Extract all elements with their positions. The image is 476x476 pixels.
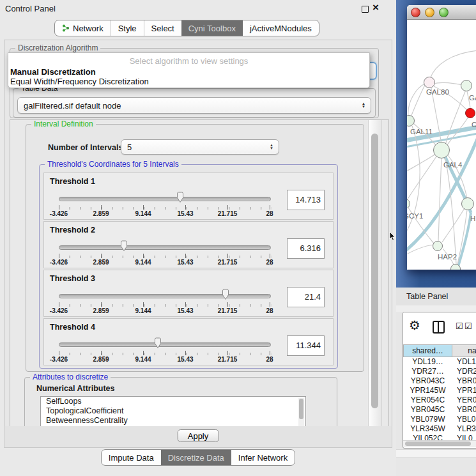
node-gal80[interactable]: [424, 77, 435, 88]
node-label-cut-right: GA: [469, 94, 476, 102]
tab-select-label: Select: [151, 24, 174, 33]
threshold-4-value[interactable]: 11.344: [287, 335, 325, 356]
slider-tick-labels: -3.4262.8599.14415.4321.71528: [59, 356, 270, 364]
node-bottom[interactable]: [450, 264, 461, 270]
interval-definition-group: Interval Definition Number of Intervals …: [26, 124, 364, 372]
node-label-gal11: GAL11: [410, 128, 433, 135]
float-window-icon[interactable]: [362, 6, 369, 13]
table-row[interactable]: YLR345WYLR3: [403, 424, 476, 434]
algorithm-option-equal-width[interactable]: Equal Width/Frequency Discretization: [10, 77, 364, 86]
mac-close-button[interactable]: [411, 8, 420, 17]
slider-track[interactable]: [59, 294, 271, 298]
bottom-tab-bar-wrap: Impute Data Discretize Data Infer Networ…: [0, 449, 396, 466]
slider-track[interactable]: [59, 197, 271, 201]
top-tab-bar: Network Style Select Cyni Toolbox jActiv…: [54, 20, 319, 36]
checkbox-checked-icon[interactable]: ☑: [464, 321, 472, 331]
number-of-intervals-label: Number of Intervals: [48, 143, 123, 152]
algorithm-option-manual[interactable]: Manual Discretization: [10, 67, 364, 77]
table-panel-strip: [396, 305, 476, 312]
table-row[interactable]: YDR27…YDR2: [403, 367, 476, 376]
node-label-gal80: GAL80: [426, 88, 449, 96]
table-row[interactable]: YBR045CYBR0: [403, 405, 476, 415]
algorithm-placeholder-option[interactable]: Select algorithm to view settings: [8, 56, 369, 66]
node-hap2[interactable]: [433, 241, 443, 251]
numerical-attributes-label: Numerical Attributes: [36, 384, 114, 393]
list-scrollbar-thumb[interactable]: [299, 399, 303, 419]
table-data-group: Table Data galFiltered.sif default node …: [13, 88, 376, 118]
close-icon[interactable]: ×: [372, 1, 379, 14]
node-label-hap2: HAP2: [438, 253, 457, 261]
thresholds-group-label: Threshold's Coordinates for 5 Intervals: [45, 160, 181, 169]
mac-zoom-button[interactable]: [439, 8, 449, 17]
column-header-name[interactable]: na: [452, 344, 476, 357]
slider-track[interactable]: [59, 245, 271, 250]
panel-scrollbar-thumb[interactable]: [371, 134, 378, 408]
node-top-right[interactable]: [461, 80, 472, 91]
discretization-algorithm-label: Discretization Algorithm: [15, 43, 100, 52]
mac-minimize-button[interactable]: [425, 8, 434, 17]
apply-button[interactable]: Apply: [178, 429, 219, 442]
tab-discretize-data-label: Discretize Data: [168, 453, 224, 463]
tab-impute-data[interactable]: Impute Data: [102, 450, 161, 465]
table-row[interactable]: YBL079WYBL0: [403, 415, 476, 424]
bottom-tab-bar: Impute Data Discretize Data Infer Networ…: [101, 449, 295, 466]
network-window-titlebar[interactable]: [407, 5, 476, 20]
thresholds-group: Threshold's Coordinates for 5 Intervals …: [39, 164, 338, 369]
table-row[interactable]: YPR145WYPR1: [403, 386, 476, 395]
list-item[interactable]: SelfLoops: [41, 397, 305, 406]
node-right-mid[interactable]: [461, 197, 474, 210]
number-of-intervals-select[interactable]: 5 ▲▼: [121, 139, 279, 155]
node-label-cut-c: C: [472, 121, 476, 128]
tab-infer-network[interactable]: Infer Network: [231, 450, 295, 465]
table-header-row: shared… na: [403, 344, 476, 357]
table-row[interactable]: YBR043CYBR0: [403, 376, 476, 386]
panel-title: Control Panel: [5, 4, 56, 13]
slider-thumb[interactable]: [119, 240, 128, 252]
table-row[interactable]: YER054CYER0: [403, 395, 476, 405]
tab-select[interactable]: Select: [144, 20, 181, 36]
list-item[interactable]: TopologicalCoefficient: [41, 406, 305, 416]
table-data-select[interactable]: galFiltered.sif default node ▲▼: [17, 97, 371, 114]
threshold-2-slider[interactable]: -3.4262.8599.14415.4321.71528: [59, 241, 270, 266]
slider-thumb[interactable]: [221, 289, 230, 300]
table-toolbar: ⚙ ☑ ☑: [403, 312, 476, 344]
node-gal4[interactable]: [433, 142, 450, 158]
node-label-gal4: GAL4: [443, 161, 462, 169]
slider-tick-labels: -3.4262.8599.14415.4321.71528: [59, 307, 270, 315]
network-canvas[interactable]: GAL80 GA GAL11 C GAL4 GCY1 H HAP2: [407, 20, 476, 270]
slider-track[interactable]: [59, 342, 271, 347]
threshold-3-value[interactable]: 21.4: [287, 287, 325, 307]
slider-tick-labels: -3.4262.8599.14415.4321.71528: [59, 259, 270, 266]
list-item[interactable]: BetweennessCentrality: [41, 416, 305, 426]
tab-jactivemnodules-label: jActiveMNodules: [250, 24, 312, 33]
tab-cyni-toolbox[interactable]: Cyni Toolbox: [181, 20, 243, 36]
table-row[interactable]: YDL19…YDL1: [403, 357, 476, 367]
tab-cyni-toolbox-label: Cyni Toolbox: [188, 24, 236, 33]
threshold-4-slider[interactable]: -3.4262.8599.14415.4321.71528: [59, 338, 270, 364]
threshold-2-label: Threshold 2: [50, 226, 95, 234]
tab-discretize-data[interactable]: Discretize Data: [161, 450, 231, 465]
chevron-updown-icon: ▲▼: [362, 102, 371, 109]
column-header-shared-name[interactable]: shared…: [403, 344, 452, 357]
node-label-gcy1: GCY1: [407, 212, 423, 220]
panel-scrollbar[interactable]: [368, 120, 382, 426]
threshold-2-value[interactable]: 6.316: [287, 238, 325, 259]
slider-thumb[interactable]: [176, 192, 185, 203]
horizontal-scrollbar[interactable]: [403, 440, 476, 447]
horizontal-scrollbar-thumb[interactable]: [405, 441, 471, 446]
threshold-3-box: Threshold 3 -3.4262.8599.14415.4321.7152…: [43, 270, 334, 317]
threshold-3-slider[interactable]: -3.4262.8599.14415.4321.71528: [59, 289, 270, 315]
table-row[interactable]: YIL052CYIL0: [403, 434, 476, 440]
split-columns-icon[interactable]: [433, 321, 445, 334]
cyni-toolbox-panel: Discretization Algorithm ▲▼ Table Data g…: [4, 40, 392, 448]
tab-jactivemnodules[interactable]: jActiveMNodules: [243, 20, 319, 36]
node-red-selected[interactable]: [465, 108, 475, 118]
threshold-1-value[interactable]: 14.713: [287, 190, 325, 210]
tab-network[interactable]: Network: [55, 20, 111, 36]
checkbox-checked-icon[interactable]: ☑: [456, 321, 463, 331]
tab-style[interactable]: Style: [111, 20, 144, 36]
slider-thumb[interactable]: [153, 337, 162, 349]
gear-icon[interactable]: ⚙: [409, 318, 420, 333]
list-scrollbar[interactable]: [298, 398, 304, 428]
threshold-1-slider[interactable]: -3.4262.8599.14415.4321.71528: [59, 192, 270, 218]
